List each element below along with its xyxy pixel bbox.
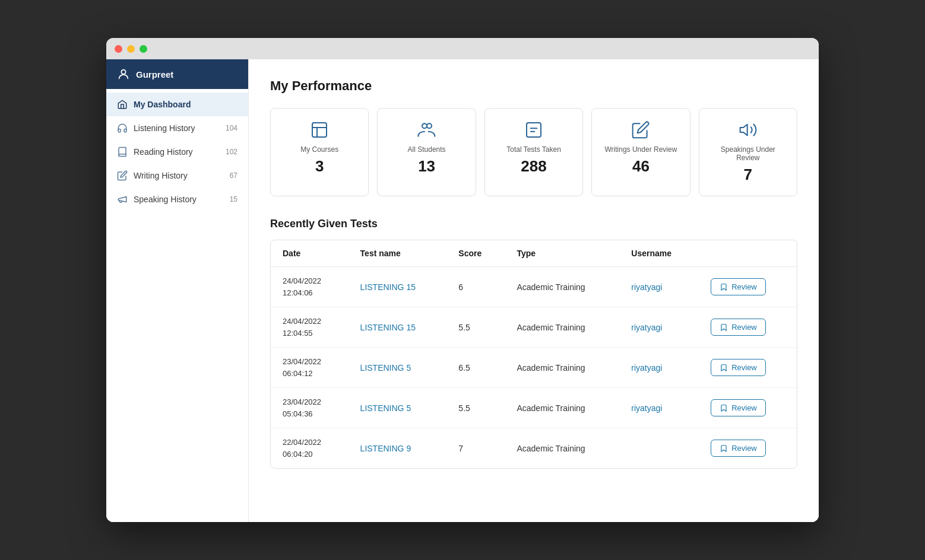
tests-icon	[524, 120, 543, 139]
perf-card-writings-review: Writings Under Review 46	[591, 108, 690, 196]
speakings-label: Speakings Under Review	[709, 145, 787, 162]
table-body: 24/04/202212:04:06 LISTENING 15 6 Academ…	[271, 267, 797, 469]
cell-username: riyatyagi	[619, 267, 699, 307]
cell-username: riyatyagi	[619, 388, 699, 428]
students-icon	[417, 120, 436, 139]
students-label: All Students	[408, 145, 446, 154]
table-row: 22/04/202206:04:20 LISTENING 9 7 Academi…	[271, 428, 797, 469]
cell-date: 24/04/202212:04:55	[271, 307, 349, 348]
sidebar-user-header: Gurpreet	[106, 59, 248, 89]
cell-date: 23/04/202205:04:36	[271, 388, 349, 428]
review-button[interactable]: Review	[711, 278, 766, 295]
table-row: 23/04/202206:04:12 LISTENING 5 6.5 Acade…	[271, 348, 797, 388]
cell-testname: LISTENING 5	[349, 388, 447, 428]
headphones-icon	[117, 123, 128, 133]
sidebar: Gurpreet My Dashboard L	[106, 59, 249, 522]
cell-testname: LISTENING 15	[349, 267, 447, 307]
bookmark-icon	[720, 364, 728, 372]
svg-point-3	[427, 123, 432, 128]
bookmark-icon	[720, 404, 728, 412]
cell-username: riyatyagi	[619, 348, 699, 388]
listening-badge: 104	[226, 124, 237, 132]
col-date: Date	[271, 240, 349, 267]
svg-point-0	[121, 70, 125, 74]
table-row: 24/04/202212:04:55 LISTENING 15 5.5 Acad…	[271, 307, 797, 348]
app-window: Gurpreet My Dashboard L	[106, 38, 819, 522]
cell-type: Academic Training	[505, 267, 619, 307]
students-value: 13	[418, 157, 435, 176]
cell-score: 6.5	[446, 348, 505, 388]
app-body: Gurpreet My Dashboard L	[106, 59, 819, 522]
pencil-icon	[117, 170, 128, 181]
table-header: Date Test name Score Type Username	[271, 240, 797, 267]
cell-type: Academic Training	[505, 307, 619, 348]
sidebar-username: Gurpreet	[136, 69, 173, 79]
cell-testname: LISTENING 5	[349, 348, 447, 388]
tests-value: 288	[521, 157, 546, 176]
home-icon	[117, 99, 128, 110]
megaphone-icon	[117, 194, 128, 205]
close-button[interactable]	[115, 45, 122, 53]
user-icon	[117, 68, 130, 81]
minimize-button[interactable]	[127, 45, 135, 53]
cell-action: Review	[699, 348, 797, 388]
writing-badge: 67	[230, 171, 237, 180]
courses-value: 3	[315, 157, 324, 176]
svg-rect-1	[312, 123, 327, 137]
tests-table-wrapper: Date Test name Score Type Username 24/04…	[270, 240, 797, 469]
cell-username: riyatyagi	[619, 307, 699, 348]
perf-card-my-courses: My Courses 3	[270, 108, 369, 196]
table-row: 24/04/202212:04:06 LISTENING 15 6 Academ…	[271, 267, 797, 307]
cell-score: 6	[446, 267, 505, 307]
col-testname: Test name	[349, 240, 447, 267]
review-button[interactable]: Review	[711, 440, 766, 457]
cell-type: Academic Training	[505, 388, 619, 428]
cell-score: 7	[446, 428, 505, 469]
sidebar-item-dashboard[interactable]: My Dashboard	[106, 93, 248, 116]
tests-table: Date Test name Score Type Username 24/04…	[271, 240, 797, 468]
speaking-badge: 15	[230, 195, 237, 203]
sidebar-item-label: Speaking History	[134, 195, 197, 204]
cell-score: 5.5	[446, 388, 505, 428]
sidebar-item-label: My Dashboard	[134, 100, 191, 109]
writings-icon	[631, 120, 650, 139]
perf-card-speakings-review: Speakings Under Review 7	[699, 108, 797, 196]
cell-date: 22/04/202206:04:20	[271, 428, 349, 469]
bookmark-icon	[720, 444, 728, 453]
svg-marker-5	[740, 125, 747, 136]
col-action	[699, 240, 797, 267]
sidebar-item-reading[interactable]: Reading History 102	[106, 140, 248, 164]
tests-label: Total Tests Taken	[506, 145, 561, 154]
cell-testname: LISTENING 9	[349, 428, 447, 469]
sidebar-item-speaking[interactable]: Speaking History 15	[106, 187, 248, 211]
page-title: My Performance	[270, 78, 797, 94]
review-button[interactable]: Review	[711, 359, 766, 376]
cell-action: Review	[699, 267, 797, 307]
table-row: 23/04/202205:04:36 LISTENING 5 5.5 Acade…	[271, 388, 797, 428]
sidebar-item-writing[interactable]: Writing History 67	[106, 164, 248, 187]
cell-type: Academic Training	[505, 348, 619, 388]
writings-value: 46	[632, 157, 650, 176]
sidebar-item-listening[interactable]: Listening History 104	[106, 116, 248, 140]
cell-date: 24/04/202212:04:06	[271, 267, 349, 307]
cell-score: 5.5	[446, 307, 505, 348]
cell-action: Review	[699, 428, 797, 469]
col-username: Username	[619, 240, 699, 267]
reading-badge: 102	[226, 148, 237, 156]
cell-action: Review	[699, 388, 797, 428]
cell-type: Academic Training	[505, 428, 619, 469]
courses-label: My Courses	[300, 145, 338, 154]
speakings-icon	[739, 120, 758, 139]
sidebar-nav: My Dashboard Listening History 104	[106, 89, 248, 215]
recent-tests-title: Recently Given Tests	[270, 218, 797, 230]
review-button[interactable]: Review	[711, 319, 766, 336]
col-type: Type	[505, 240, 619, 267]
bookmark-icon	[720, 323, 728, 332]
main-content: My Performance My Courses 3	[249, 59, 819, 522]
review-button[interactable]: Review	[711, 399, 766, 416]
book-icon	[117, 147, 128, 157]
col-score: Score	[446, 240, 505, 267]
writings-label: Writings Under Review	[605, 145, 677, 154]
perf-card-all-students: All Students 13	[377, 108, 476, 196]
maximize-button[interactable]	[140, 45, 147, 53]
